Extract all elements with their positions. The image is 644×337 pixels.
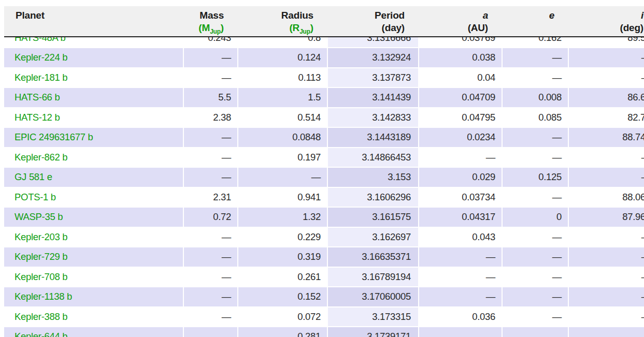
planet-cell: Kepler-203 b	[4, 228, 183, 247]
planet-link[interactable]: Kepler-644 b	[15, 331, 67, 337]
radius-cell: 0.152	[238, 287, 327, 306]
period-cell: 3.162697	[328, 228, 418, 247]
planet-link[interactable]: Kepler-729 b	[15, 251, 67, 262]
planet-link[interactable]: Kepler-862 b	[15, 152, 67, 163]
period-cell: 3.14866453	[328, 148, 418, 167]
planet-link[interactable]: Kepler-708 b	[15, 271, 67, 283]
a-cell: 0.036	[419, 307, 502, 327]
column-label-i[interactable]: i	[569, 9, 643, 22]
planet-cell: Kepler-862 b	[4, 148, 183, 167]
e-cell: —	[503, 188, 568, 207]
planet-cell: POTS-1 b	[4, 188, 183, 207]
mass-cell: —	[184, 287, 237, 306]
planet-link[interactable]: Kepler-181 b	[15, 72, 67, 83]
i-cell: 86.68	[569, 88, 644, 107]
period-cell: 3.17060005	[328, 287, 418, 306]
mass-cell: —	[184, 148, 237, 167]
period-cell: 3.16635371	[328, 247, 418, 267]
column-label-planet[interactable]: Planet	[16, 9, 183, 22]
radius-cell: 0.281	[238, 327, 327, 337]
mass-cell: —	[184, 268, 237, 287]
a-cell: —	[419, 247, 502, 267]
mass-cell: 5.5	[184, 88, 237, 107]
planet-cell: Kepler-729 b	[4, 247, 183, 267]
planet-link[interactable]: EPIC 249631677 b	[15, 131, 93, 143]
column-header-period[interactable]: Period (day)	[328, 9, 418, 38]
column-header-mass[interactable]: Mass (MJup)	[184, 9, 237, 38]
planet-cell: EPIC 249631677 b	[4, 128, 183, 147]
planet-link[interactable]: Kepler-388 b	[15, 311, 67, 323]
a-cell: 0.029	[419, 168, 502, 187]
column-header-planet[interactable]: Planet	[4, 9, 183, 38]
table-body: HATS-48A b0.2430.83.13166660.037690.1628…	[4, 28, 644, 337]
planet-cell: Kepler-388 b	[4, 307, 183, 327]
mass-cell: 2.31	[184, 188, 237, 207]
e-cell: —	[503, 148, 568, 167]
i-cell: —	[569, 168, 644, 187]
column-unit-period: (day)	[328, 22, 405, 34]
column-header-e[interactable]: e	[503, 9, 568, 38]
e-cell: 0	[503, 208, 568, 227]
period-cell: 3.141439	[328, 88, 418, 107]
a-cell: 0.043	[419, 228, 502, 247]
period-cell: 3.161575	[328, 208, 418, 227]
column-unit-mass[interactable]: (MJup)	[184, 22, 224, 38]
mass-cell: —	[184, 327, 237, 337]
e-cell: —	[503, 228, 568, 247]
mass-cell: 2.38	[184, 108, 237, 127]
radius-cell: 0.261	[238, 268, 327, 287]
column-label-mass[interactable]: Mass	[184, 9, 224, 22]
period-cell: 3.173315	[328, 307, 418, 327]
a-cell: —	[419, 148, 502, 167]
i-cell: —	[569, 228, 644, 247]
column-header-i[interactable]: i (deg)	[569, 9, 644, 38]
radius-cell: 0.319	[238, 247, 327, 267]
planet-cell: HATS-66 b	[4, 88, 183, 107]
mass-cell: —	[184, 247, 237, 267]
a-cell: 0.04795	[419, 108, 502, 127]
mass-cell: —	[184, 168, 237, 187]
e-cell: —	[503, 128, 568, 147]
i-cell: —	[569, 148, 644, 167]
exoplanet-catalog-table: Planet Mass (MJup) Radius (RJup) Period …	[0, 0, 644, 337]
planet-cell: Kepler-224 b	[4, 48, 183, 67]
period-cell: 3.137873	[328, 68, 418, 87]
a-cell: 0.04709	[419, 88, 502, 107]
i-cell: —	[569, 247, 644, 267]
planet-link[interactable]: POTS-1 b	[15, 192, 56, 203]
a-cell: 0.0234	[419, 128, 502, 147]
period-cell: 3.1443189	[328, 128, 418, 147]
column-unit-radius[interactable]: (RJup)	[238, 22, 313, 38]
period-cell: 3.142833	[328, 108, 418, 127]
planet-link[interactable]: HATS-12 b	[15, 112, 60, 123]
planet-link[interactable]: Kepler-1138 b	[15, 291, 72, 302]
planet-cell: Kepler-644 b	[4, 327, 183, 337]
column-header-a[interactable]: a (AU)	[419, 9, 502, 38]
column-header-radius[interactable]: Radius (RJup)	[238, 9, 327, 38]
planet-link[interactable]: HATS-66 b	[15, 92, 60, 103]
planet-link[interactable]: Kepler-203 b	[15, 231, 67, 243]
radius-cell: 0.197	[238, 148, 327, 167]
planet-cell: GJ 581 e	[4, 168, 183, 187]
column-label-a[interactable]: a	[419, 9, 488, 22]
e-cell: —	[503, 307, 568, 327]
a-cell: 0.03734	[419, 188, 502, 207]
radius-cell: 0.072	[238, 307, 327, 327]
e-cell: 0.085	[503, 108, 568, 127]
planet-link[interactable]: WASP-35 b	[15, 211, 63, 223]
mass-cell: —	[184, 228, 237, 247]
a-cell: 0.04	[419, 68, 502, 87]
planet-cell: WASP-35 b	[4, 208, 183, 227]
radius-cell: 0.124	[238, 48, 327, 67]
e-cell: —	[503, 48, 568, 67]
planet-link[interactable]: GJ 581 e	[15, 171, 52, 183]
planet-cell: Kepler-181 b	[4, 68, 183, 87]
radius-cell: —	[238, 168, 327, 187]
column-label-radius[interactable]: Radius	[238, 9, 313, 22]
i-cell: —	[569, 327, 644, 337]
planet-link[interactable]: Kepler-224 b	[15, 52, 67, 63]
e-cell: —	[503, 68, 568, 87]
column-label-e[interactable]: e	[503, 9, 554, 22]
column-label-period[interactable]: Period	[328, 9, 405, 22]
mass-cell: —	[184, 128, 237, 147]
